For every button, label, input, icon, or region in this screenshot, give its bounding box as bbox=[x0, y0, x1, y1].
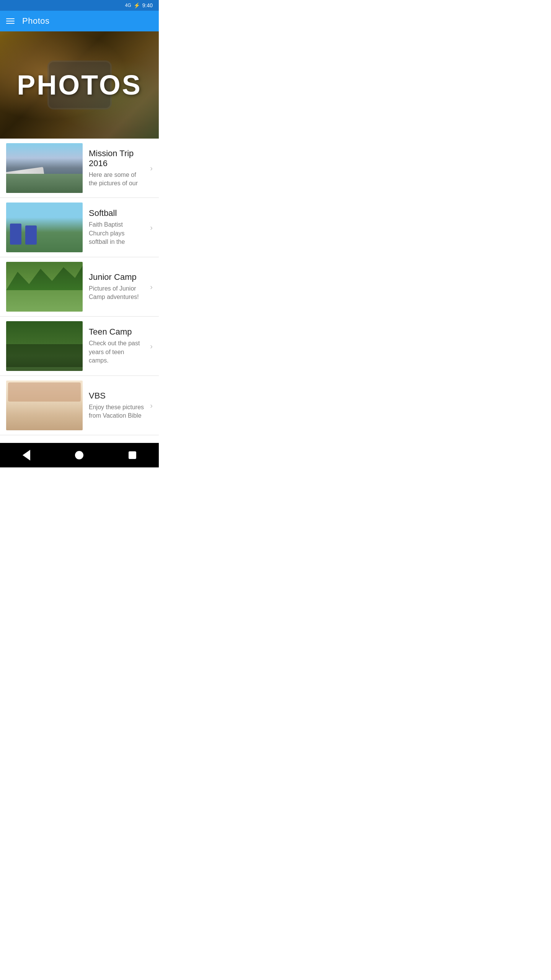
chevron-right-icon: › bbox=[150, 283, 153, 291]
chevron-right-icon: › bbox=[150, 164, 153, 173]
thumbnail-softball bbox=[6, 203, 83, 252]
home-button[interactable] bbox=[75, 451, 83, 459]
hero-banner: PHOTOS bbox=[0, 31, 159, 139]
list-item[interactable]: VBS Enjoy these pictures from Vacation B… bbox=[0, 376, 159, 435]
menu-button[interactable] bbox=[6, 18, 15, 24]
recents-icon bbox=[129, 451, 136, 459]
app-title: Photos bbox=[22, 16, 50, 26]
photo-list: Mission Trip 2016 Here are some of the p… bbox=[0, 139, 159, 435]
home-icon bbox=[75, 451, 83, 459]
photo-title-softball: Softball bbox=[89, 208, 144, 218]
photo-description-junior-camp: Pictures of Junior Camp adventures! bbox=[89, 284, 144, 302]
thumbnail-vbs bbox=[6, 381, 83, 430]
list-item[interactable]: Teen Camp Check out the past years of te… bbox=[0, 317, 159, 376]
thumbnail-mission-trip bbox=[6, 143, 83, 193]
photo-title-teen-camp: Teen Camp bbox=[89, 327, 144, 337]
app-bar: Photos bbox=[0, 11, 159, 31]
photo-title-vbs: VBS bbox=[89, 391, 144, 401]
hero-text: PHOTOS bbox=[17, 69, 142, 101]
photo-description-softball: Faith Baptist Church plays softball in t… bbox=[89, 220, 144, 246]
back-button[interactable] bbox=[23, 450, 30, 461]
back-icon bbox=[23, 450, 30, 461]
photo-info-junior-camp: Junior Camp Pictures of Junior Camp adve… bbox=[83, 272, 150, 302]
chevron-right-icon: › bbox=[150, 342, 153, 351]
clock: 9:40 bbox=[142, 2, 153, 8]
status-icons: 4G ⚡ 9:40 bbox=[125, 2, 153, 8]
chevron-right-icon: › bbox=[150, 401, 153, 410]
photo-description-teen-camp: Check out the past years of teen camps. bbox=[89, 339, 144, 365]
signal-icon: 4G bbox=[125, 3, 131, 8]
photo-info-softball: Softball Faith Baptist Church plays soft… bbox=[83, 208, 150, 246]
photo-title-mission-trip: Mission Trip 2016 bbox=[89, 149, 144, 168]
photo-title-junior-camp: Junior Camp bbox=[89, 272, 144, 282]
photo-description-vbs: Enjoy these pictures from Vacation Bible bbox=[89, 403, 144, 420]
thumbnail-teen-camp bbox=[6, 321, 83, 371]
photo-info-mission-trip: Mission Trip 2016 Here are some of the p… bbox=[83, 149, 150, 188]
photo-info-vbs: VBS Enjoy these pictures from Vacation B… bbox=[83, 391, 150, 420]
photo-info-teen-camp: Teen Camp Check out the past years of te… bbox=[83, 327, 150, 365]
status-bar: 4G ⚡ 9:40 bbox=[0, 0, 159, 11]
list-item[interactable]: Mission Trip 2016 Here are some of the p… bbox=[0, 139, 159, 198]
battery-icon: ⚡ bbox=[134, 2, 140, 8]
nav-bar bbox=[0, 443, 159, 467]
thumbnail-junior-camp bbox=[6, 262, 83, 312]
photo-description-mission-trip: Here are some of the pictures of our bbox=[89, 171, 144, 188]
list-item[interactable]: Softball Faith Baptist Church plays soft… bbox=[0, 198, 159, 257]
list-item[interactable]: Junior Camp Pictures of Junior Camp adve… bbox=[0, 257, 159, 317]
chevron-right-icon: › bbox=[150, 223, 153, 232]
recents-button[interactable] bbox=[129, 451, 136, 459]
